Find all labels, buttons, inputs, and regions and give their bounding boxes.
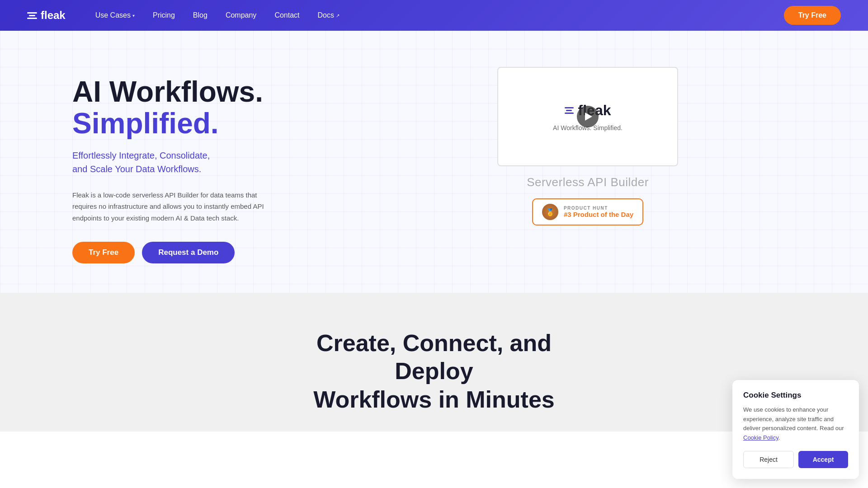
nav-use-cases[interactable]: Use Cases ▾ (88, 8, 142, 23)
nav-links: Use Cases ▾ Pricing Blog Company Contact… (88, 8, 784, 23)
product-hunt-label: PRODUCT HUNT (564, 206, 633, 211)
play-button[interactable] (577, 106, 599, 127)
chevron-down-icon: ▾ (132, 13, 135, 18)
navbar: fleak Use Cases ▾ Pricing Blog Company C… (0, 0, 868, 31)
hero-try-free-button[interactable]: Try Free (72, 242, 135, 263)
lower-title: Create, Connect, and Deploy Workflows in… (276, 329, 592, 413)
external-link-icon: ↗ (336, 13, 340, 18)
cookie-banner: Cookie Settings We use cookies to enhanc… (732, 380, 859, 432)
hero-description: Fleak is a low-code serverless API Build… (72, 189, 280, 224)
hero-request-demo-button[interactable]: Request a Demo (142, 242, 235, 263)
decorative-line-right (677, 67, 678, 68)
hero-title-purple: Simplified. (72, 108, 307, 139)
nav-pricing[interactable]: Pricing (146, 8, 182, 23)
hero-content: AI Workflows. Simplified. Effortlessly I… (72, 58, 307, 263)
nav-contact[interactable]: Contact (267, 8, 307, 23)
nav-company[interactable]: Company (218, 8, 264, 23)
product-hunt-text: PRODUCT HUNT #3 Product of the Day (564, 206, 633, 218)
product-hunt-medal-icon: 🏅 (542, 204, 558, 220)
hero-buttons: Try Free Request a Demo (72, 242, 307, 263)
api-builder-label: Serverless API Builder (527, 175, 649, 189)
product-hunt-badge: 🏅 PRODUCT HUNT #3 Product of the Day (532, 198, 643, 225)
nav-blog[interactable]: Blog (186, 8, 215, 23)
video-logo-icon (565, 107, 574, 114)
nav-try-free-button[interactable]: Try Free (784, 6, 841, 25)
product-hunt-rank: #3 Product of the Day (564, 211, 633, 218)
logo-icon (27, 12, 37, 19)
logo-link[interactable]: fleak (27, 9, 66, 22)
hero-subtitle: Effortlessly Integrate, Consolidate, and… (72, 149, 307, 176)
hero-section: AI Workflows. Simplified. Effortlessly I… (0, 31, 868, 293)
nav-docs[interactable]: Docs ↗ (311, 8, 347, 23)
hero-right: fleak AI Workflows. Simplified. Serverle… (335, 58, 841, 225)
hero-title-black: AI Workflows. (72, 76, 307, 108)
cookie-text: We use cookies to enhance your experienc… (743, 405, 848, 432)
logo-text: fleak (41, 9, 66, 22)
video-container[interactable]: fleak AI Workflows. Simplified. (497, 67, 678, 166)
cookie-title: Cookie Settings (743, 391, 848, 400)
decorative-line-left (497, 67, 498, 68)
